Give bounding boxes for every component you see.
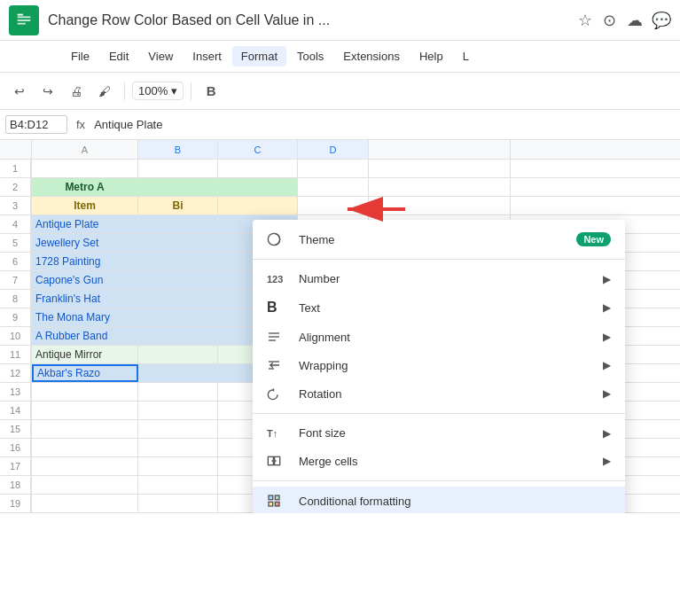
menu-extensions[interactable]: Extensions: [334, 46, 409, 66]
cell-b2[interactable]: [138, 178, 218, 196]
cell-b5[interactable]: [138, 234, 218, 252]
cell-b8[interactable]: [138, 290, 218, 308]
cell-a2[interactable]: Metro A: [32, 178, 138, 196]
cell-a9[interactable]: The Mona Mary: [32, 308, 138, 326]
row-12: 12: [0, 364, 31, 383]
history-icon[interactable]: ⊙: [603, 11, 616, 30]
cell-d3[interactable]: [298, 197, 369, 214]
row-1: 1: [0, 160, 31, 178]
bold-button[interactable]: B: [199, 79, 223, 104]
table-row: [32, 160, 680, 178]
col-header-b[interactable]: B: [138, 140, 218, 159]
row-10: 10: [0, 327, 31, 346]
menu-format[interactable]: Format: [232, 46, 286, 66]
star-icon[interactable]: ☆: [578, 11, 592, 30]
col-header-e[interactable]: [369, 140, 511, 159]
svg-rect-2: [18, 19, 31, 21]
menu-option-text[interactable]: B Text ▶: [253, 292, 625, 323]
cell-b7[interactable]: [138, 271, 218, 289]
cell-a6[interactable]: 1728 Painting: [32, 253, 138, 270]
menu-tools[interactable]: Tools: [288, 46, 332, 66]
row-3: 3: [0, 197, 31, 215]
print-button[interactable]: 🖨: [64, 79, 89, 104]
cell-b13[interactable]: [138, 383, 218, 401]
menu-option-wrapping[interactable]: Wrapping ▶: [253, 351, 625, 379]
menu-insert[interactable]: Insert: [184, 46, 231, 66]
spreadsheet: 1 2 3 4 5 6 7 8 9 10 11 12 13 14 15 16 1…: [0, 140, 680, 513]
cell-b11[interactable]: [138, 346, 218, 363]
redo-button[interactable]: ↪: [35, 79, 60, 104]
svg-rect-17: [275, 495, 279, 500]
menu-file[interactable]: File: [62, 46, 98, 66]
col-header-d[interactable]: D: [298, 140, 369, 159]
cell-a1[interactable]: [32, 160, 138, 177]
menu-divider-3: [253, 480, 625, 481]
cell-b12[interactable]: [138, 364, 218, 382]
alignment-label: Alignment: [299, 331, 603, 344]
table-row: Item Bi: [32, 197, 680, 215]
cell-e1[interactable]: [369, 160, 511, 177]
zoom-selector[interactable]: 100% ▾: [132, 82, 184, 100]
toolbar: ↩ ↪ 🖨 🖌 100% ▾ B: [0, 73, 680, 110]
row-8: 8: [0, 290, 31, 308]
cell-a3[interactable]: Item: [32, 197, 138, 214]
menu-option-conditional[interactable]: Conditional formatting: [253, 487, 625, 513]
cell-e3[interactable]: [369, 197, 511, 214]
cloud-icon[interactable]: ☁: [627, 11, 643, 30]
col-header-a[interactable]: A: [32, 140, 138, 159]
mergecells-label: Merge cells: [299, 455, 603, 468]
cell-b9[interactable]: [138, 308, 218, 326]
cell-a4[interactable]: Antique Plate: [32, 215, 138, 233]
cell-e2[interactable]: [369, 178, 511, 196]
menu-option-mergecells[interactable]: Merge cells ▶: [253, 447, 625, 475]
cell-b1[interactable]: [138, 160, 218, 177]
menu-option-number[interactable]: 123 Number ▶: [253, 265, 625, 292]
text-arrow-icon: ▶: [603, 301, 611, 314]
menu-option-alignment[interactable]: Alignment ▶: [253, 323, 625, 351]
cell-d1[interactable]: [298, 160, 369, 177]
cell-a7[interactable]: Capone's Gun: [32, 271, 138, 289]
menu-edit[interactable]: Edit: [100, 46, 137, 66]
row-19: 19: [0, 495, 31, 513]
row-17: 17: [0, 457, 31, 476]
col-header-c[interactable]: C: [218, 140, 298, 159]
fx-label: fx: [71, 118, 90, 131]
cell-a13[interactable]: [32, 383, 138, 401]
row-14: 14: [0, 402, 31, 420]
row-11: 11: [0, 346, 31, 364]
fontsize-icon: T↑: [267, 428, 286, 439]
chat-button[interactable]: 💬: [652, 11, 671, 30]
format-dropdown-menu: Theme New 123 Number ▶ B Text ▶: [253, 220, 625, 513]
row-numbers: 1 2 3 4 5 6 7 8 9 10 11 12 13 14 15 16 1…: [0, 140, 32, 513]
cell-c2[interactable]: [218, 178, 298, 196]
menu-option-fontsize[interactable]: T↑ Font size ▶: [253, 419, 625, 447]
menu-help[interactable]: Help: [410, 46, 452, 66]
menu-view[interactable]: View: [139, 46, 182, 66]
paint-format-button[interactable]: 🖌: [92, 79, 117, 104]
cell-a12[interactable]: Akbar's Razo: [32, 364, 138, 382]
row-5: 5: [0, 234, 31, 253]
row-num-header-corner: [0, 140, 31, 160]
alignment-icon: [267, 330, 286, 344]
app-icon: [9, 5, 39, 35]
new-badge: New: [576, 232, 611, 246]
svg-rect-18: [269, 502, 273, 506]
cell-a10[interactable]: A Rubber Band: [32, 327, 138, 345]
cell-d2[interactable]: [298, 178, 369, 196]
cell-a5[interactable]: Jewellery Set: [32, 234, 138, 252]
cell-b6[interactable]: [138, 253, 218, 270]
cell-b3[interactable]: Bi: [138, 197, 218, 214]
cell-b10[interactable]: [138, 327, 218, 345]
cell-c3[interactable]: [218, 197, 298, 214]
menu-option-rotation[interactable]: Rotation ▶: [253, 379, 625, 408]
cell-b4[interactable]: [138, 215, 218, 233]
mergecells-arrow-icon: ▶: [603, 455, 611, 467]
cell-c1[interactable]: [218, 160, 298, 177]
row-6: 6: [0, 253, 31, 271]
menu-last[interactable]: L: [454, 46, 478, 66]
undo-button[interactable]: ↩: [7, 79, 32, 104]
cell-a8[interactable]: Franklin's Hat: [32, 290, 138, 308]
cell-a11[interactable]: Antique Mirror: [32, 346, 138, 363]
cell-reference-input[interactable]: [5, 115, 67, 134]
menu-option-theme[interactable]: Theme New: [253, 225, 625, 253]
